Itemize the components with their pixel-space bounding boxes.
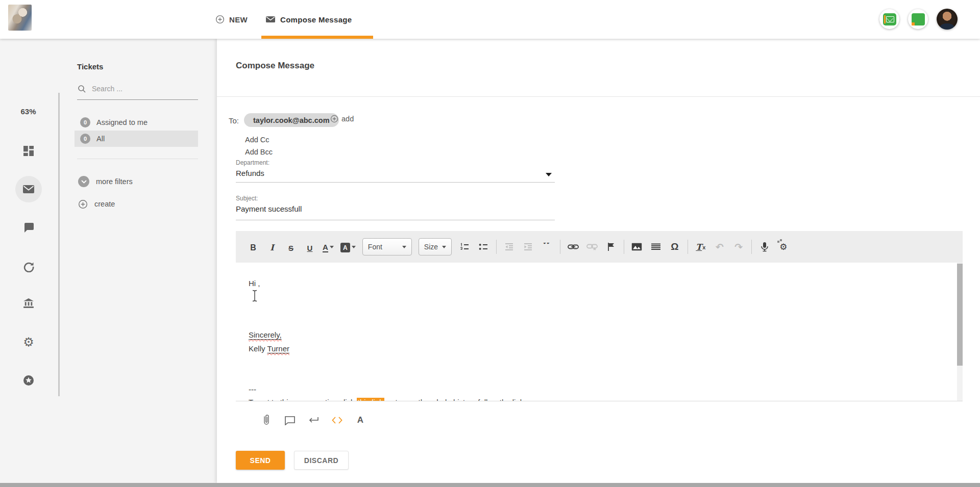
caret-down-icon xyxy=(442,246,446,250)
tab-compose-label: Compose Message xyxy=(280,15,352,24)
add-bcc-button[interactable]: Add Bcc xyxy=(245,148,273,156)
add-recipient-button[interactable]: add xyxy=(330,115,354,123)
compose-panel: Compose Message To: taylor.cook@abc.com … xyxy=(217,39,980,483)
tickets-search xyxy=(77,82,198,97)
more-filters-label: more filters xyxy=(96,177,133,186)
flag-button[interactable] xyxy=(605,240,617,253)
sidebar-item-dashboard[interactable] xyxy=(17,140,40,162)
create-label: create xyxy=(94,200,115,208)
highlighted-link[interactable]: this link xyxy=(357,398,384,401)
editor-scrollbar[interactable] xyxy=(957,263,963,401)
filter-all[interactable]: 0 All xyxy=(75,131,198,147)
insert-return-button[interactable] xyxy=(307,414,320,427)
source-code-button[interactable] xyxy=(331,414,343,427)
logo-image[interactable] xyxy=(8,5,32,31)
tab-new[interactable]: NEW xyxy=(215,0,248,39)
toolbar-separator xyxy=(624,240,624,254)
user-avatar[interactable] xyxy=(937,9,958,30)
link-button[interactable] xyxy=(567,240,579,253)
indent-button[interactable] xyxy=(522,240,534,253)
discard-button[interactable]: DISCARD xyxy=(294,451,349,470)
tab-new-label: NEW xyxy=(229,15,248,24)
italic-button[interactable]: I xyxy=(266,240,278,253)
numbered-list-button[interactable] xyxy=(458,240,471,253)
subject-label: Subject: xyxy=(236,195,258,202)
background-color-button[interactable]: A xyxy=(340,240,356,253)
attachment-button[interactable] xyxy=(260,414,273,427)
unlink-button[interactable] xyxy=(586,240,598,253)
chat-bubble-icon xyxy=(23,222,34,233)
add-cc-button[interactable]: Add Cc xyxy=(245,136,270,144)
sidebar-item-settings[interactable]: ⚙ xyxy=(17,331,40,353)
font-settings-button[interactable]: A xyxy=(354,414,366,427)
signature-line-1: Sincerely, xyxy=(249,329,282,341)
toolbar-separator xyxy=(496,240,497,254)
icon-sidebar: 63% ⚙ xyxy=(0,39,57,483)
tickets-panel: Tickets 0 Assigned to me 0 All more filt… xyxy=(57,39,217,483)
redo-button[interactable]: ↷ xyxy=(732,240,745,253)
text-color-button[interactable]: A xyxy=(323,240,334,253)
caret-down-icon xyxy=(330,246,334,250)
canned-message-button[interactable] xyxy=(284,414,296,427)
size-dropdown-label: Size xyxy=(424,243,438,251)
mail-icon xyxy=(22,185,35,194)
outdent-button[interactable] xyxy=(503,240,516,253)
header-divider xyxy=(217,96,980,97)
editor-footer-tools: A xyxy=(260,414,366,427)
sidebar-item-refresh[interactable] xyxy=(17,255,40,278)
recipient-chip[interactable]: taylor.cook@abc.com xyxy=(244,113,339,127)
tickets-scrollbar[interactable] xyxy=(58,93,60,396)
search-icon xyxy=(78,85,86,93)
refresh-icon xyxy=(23,261,34,272)
toolbar-separator xyxy=(688,240,688,254)
mail-app-button[interactable] xyxy=(879,9,899,29)
sidebar-item-billing[interactable] xyxy=(17,292,40,315)
send-button[interactable]: SEND xyxy=(236,451,285,470)
create-ticket-button[interactable]: create xyxy=(75,197,115,211)
more-filters-button[interactable]: more filters xyxy=(75,175,133,188)
remove-format-x: x xyxy=(702,244,705,250)
to-label: To: xyxy=(229,116,239,125)
tab-compose-message[interactable]: Compose Message xyxy=(265,0,352,39)
horizontal-lines-button[interactable] xyxy=(650,240,662,253)
insert-image-button[interactable] xyxy=(631,240,643,253)
blockquote-button[interactable]: ” xyxy=(541,243,553,251)
chat-app-icon xyxy=(912,13,925,25)
tickets-title: Tickets xyxy=(77,62,103,71)
department-caret-icon[interactable] xyxy=(546,173,552,180)
subject-value[interactable]: Payment sucessfull xyxy=(236,204,302,213)
bold-button[interactable]: B xyxy=(247,240,259,253)
bullet-list-button[interactable] xyxy=(477,240,489,253)
microphone-button[interactable] xyxy=(758,240,771,253)
filter-assigned-to-me[interactable]: 0 Assigned to me xyxy=(75,114,198,131)
font-dropdown[interactable]: Font xyxy=(362,238,412,255)
undo-button[interactable]: ↶ xyxy=(714,240,726,253)
department-label: Department: xyxy=(236,159,270,166)
message-body-editor[interactable]: Hi , Sincerely, Kelly Turner --- To get … xyxy=(236,263,963,401)
sidebar-item-tickets[interactable] xyxy=(17,178,40,200)
gear-icon: ⚙ xyxy=(23,335,34,349)
plus-circle-icon xyxy=(78,199,88,209)
editor-scrollbar-thumb[interactable] xyxy=(957,264,963,366)
underline-button[interactable]: U xyxy=(304,240,316,253)
remove-format-button[interactable]: T x xyxy=(695,240,707,253)
font-dropdown-label: Font xyxy=(368,243,382,251)
strikethrough-button[interactable]: S xyxy=(285,240,297,253)
usage-percent: 63% xyxy=(0,107,57,116)
department-value[interactable]: Refunds xyxy=(236,169,264,177)
tickets-divider xyxy=(77,159,198,159)
chat-app-button[interactable] xyxy=(908,9,928,29)
plugin-settings-button[interactable]: ⚙ xyxy=(777,240,790,253)
search-input[interactable] xyxy=(92,83,194,95)
filter-label: Assigned to me xyxy=(96,118,148,126)
department-underline xyxy=(236,182,555,183)
star-circle-icon xyxy=(22,374,35,387)
text-cursor-icon xyxy=(252,290,258,302)
special-char-button[interactable]: Ω xyxy=(669,240,681,253)
signature-line-2: Kelly Turner xyxy=(249,343,289,354)
horizontal-scrollbar[interactable] xyxy=(0,483,980,487)
envelope-icon xyxy=(265,15,276,23)
size-dropdown[interactable]: Size xyxy=(419,238,452,255)
sidebar-item-featured[interactable] xyxy=(17,369,40,392)
sidebar-item-chat[interactable] xyxy=(17,216,40,239)
